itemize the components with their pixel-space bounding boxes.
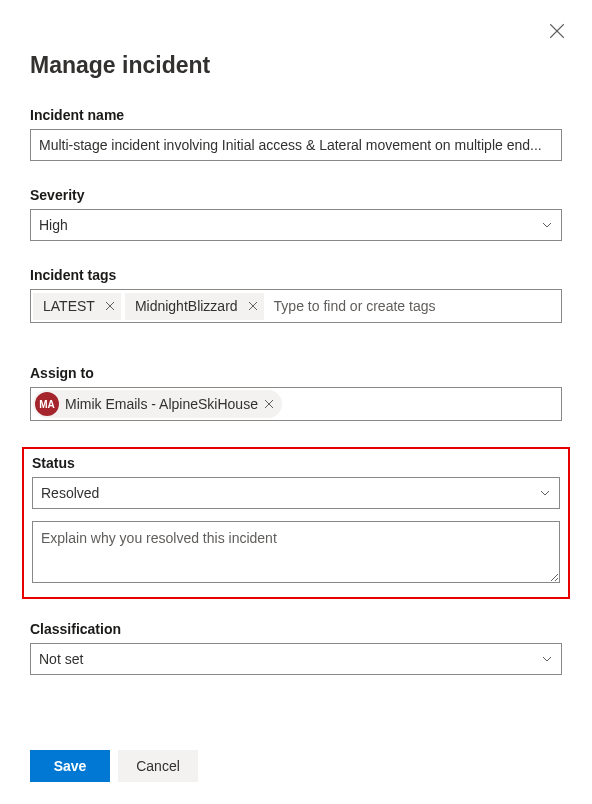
status-label: Status <box>32 455 560 471</box>
assign-to-box[interactable]: MA Mimik Emails - AlpineSkiHouse <box>30 387 562 421</box>
remove-tag-icon[interactable] <box>248 301 258 311</box>
classification-dropdown[interactable]: Not set <box>30 643 562 675</box>
chevron-down-icon <box>541 653 553 665</box>
persona-chip[interactable]: MA Mimik Emails - AlpineSkiHouse <box>33 390 282 418</box>
tags-input-box[interactable]: LATEST MidnightBlizzard <box>30 289 562 323</box>
chevron-down-icon <box>541 219 553 231</box>
severity-value: High <box>39 217 68 233</box>
field-severity: Severity High <box>30 187 562 241</box>
status-highlight-group: Status Resolved <box>22 447 570 599</box>
field-classification: Classification Not set <box>30 621 562 675</box>
tag-chip-label: MidnightBlizzard <box>135 298 238 314</box>
assign-to-label: Assign to <box>30 365 562 381</box>
tags-text-input[interactable] <box>268 298 559 314</box>
cancel-button[interactable]: Cancel <box>118 750 198 782</box>
tag-chip[interactable]: LATEST <box>33 293 121 320</box>
resolution-textarea[interactable] <box>32 521 560 583</box>
field-resolution <box>32 521 560 587</box>
classification-value: Not set <box>39 651 83 667</box>
incident-name-label: Incident name <box>30 107 562 123</box>
classification-label: Classification <box>30 621 562 637</box>
status-dropdown[interactable]: Resolved <box>32 477 560 509</box>
save-button[interactable]: Save <box>30 750 110 782</box>
field-tags: Incident tags LATEST MidnightBlizzard <box>30 267 562 323</box>
remove-persona-icon[interactable] <box>264 399 274 409</box>
incident-name-input[interactable] <box>30 129 562 161</box>
remove-tag-icon[interactable] <box>105 301 115 311</box>
tags-label: Incident tags <box>30 267 562 283</box>
avatar: MA <box>35 392 59 416</box>
status-value: Resolved <box>41 485 99 501</box>
tag-chip[interactable]: MidnightBlizzard <box>125 293 264 320</box>
severity-label: Severity <box>30 187 562 203</box>
footer-actions: Save Cancel <box>30 750 198 782</box>
persona-name: Mimik Emails - AlpineSkiHouse <box>65 396 258 412</box>
tag-chip-label: LATEST <box>43 298 95 314</box>
close-icon[interactable] <box>548 22 566 40</box>
page-title: Manage incident <box>30 52 562 79</box>
chevron-down-icon <box>539 487 551 499</box>
field-assign-to: Assign to MA Mimik Emails - AlpineSkiHou… <box>30 365 562 421</box>
severity-dropdown[interactable]: High <box>30 209 562 241</box>
field-incident-name: Incident name <box>30 107 562 161</box>
field-status: Status Resolved <box>32 455 560 509</box>
